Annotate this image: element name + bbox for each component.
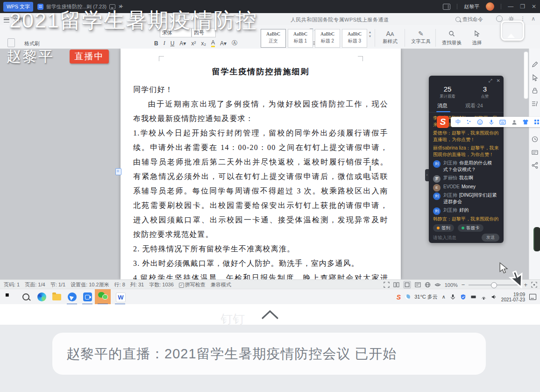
close-button[interactable]: ✕ — [532, 3, 536, 10]
char-border-button[interactable]: Ⓐ — [232, 39, 237, 47]
find-command[interactable]: 查找命令 — [455, 16, 483, 23]
fullscreen-view-icon[interactable] — [384, 282, 390, 288]
web-view-icon[interactable] — [415, 282, 421, 288]
status-item[interactable]: 设置值: 10.2厘米 — [71, 281, 109, 288]
sogou-tray-icon[interactable]: S — [397, 293, 401, 301]
tray-expand-icon[interactable]: ∧ — [442, 294, 446, 300]
bold-button[interactable]: B — [154, 40, 158, 47]
style-gallery-scroll[interactable]: ▴▾ — [369, 30, 371, 38]
status-item[interactable]: 行: 8 — [114, 281, 125, 288]
device-tray-icon[interactable] — [470, 294, 476, 300]
wps-taskbar-icon[interactable]: W — [115, 292, 126, 302]
underline-button[interactable]: U — [171, 40, 175, 47]
comment-marker-icon[interactable] — [115, 168, 121, 175]
zoom-out-button[interactable]: − — [462, 281, 465, 288]
sogou-logo-icon[interactable]: S — [437, 116, 449, 128]
file-explorer-icon[interactable] — [51, 292, 62, 302]
clock-datetime[interactable]: 19:09 2021-07-23 — [501, 292, 525, 302]
close-panel-icon[interactable]: ✕ — [497, 78, 500, 84]
chinese-mode-icon[interactable]: 中 — [455, 118, 461, 126]
taskbar-search-icon[interactable] — [21, 292, 31, 302]
feedback-icon[interactable] — [496, 15, 503, 22]
cursor-dots-icon[interactable] — [466, 119, 472, 125]
style-heading3[interactable]: AaBbC 标题 3 — [342, 29, 367, 48]
send-button[interactable]: 发送 — [482, 234, 499, 242]
wechat-icon-active[interactable] — [95, 289, 111, 304]
zoom-slider-knob[interactable] — [491, 282, 497, 288]
italic-button[interactable]: I — [163, 40, 165, 47]
checkin-button[interactable]: 签到 — [433, 224, 454, 232]
status-item[interactable]: 字数: 1036 — [149, 281, 174, 288]
char-shading-button[interactable]: A▾ — [220, 40, 227, 47]
dingtalk-icon[interactable] — [67, 292, 78, 302]
tab-viewers[interactable]: 观看·24 — [465, 102, 483, 109]
format-painter-button[interactable]: 格式刷 — [24, 40, 40, 47]
action-center-icon[interactable] — [529, 294, 536, 300]
chevron-up-icon[interactable] — [260, 308, 280, 321]
history-clock-icon[interactable] — [531, 135, 539, 143]
globe-view-icon[interactable] — [425, 282, 431, 288]
zoom-percentage[interactable]: 100% — [445, 282, 458, 288]
style-heading1[interactable]: AaBbC 标题 1 — [288, 29, 313, 48]
cursor-select-icon[interactable] — [531, 74, 539, 81]
select-button[interactable]: 选择 — [466, 29, 488, 46]
document-page[interactable]: 留学生疫情防控措施细则 同学们好！由于近期南京出现了多例疫情，为做好校园疫情防控… — [121, 49, 401, 279]
document-line: 续。申请外出者需要在 14：00-20：00 之间在钉钉上提交请假申请， — [133, 140, 388, 155]
scrollbar-thumb[interactable] — [524, 51, 528, 99]
subscript-button[interactable]: x₂ — [201, 40, 206, 47]
two-page-view-icon[interactable] — [393, 282, 399, 288]
fit-page-icon[interactable] — [531, 282, 537, 288]
font-color-button[interactable]: A▾ — [179, 40, 186, 47]
share-icon[interactable] — [531, 162, 539, 169]
superscript-button[interactable]: x² — [191, 40, 196, 47]
status-item[interactable]: 页码: 1 — [4, 281, 20, 288]
start-button[interactable] — [4, 292, 14, 302]
status-item[interactable]: ✓拼写检查 — [179, 281, 206, 288]
edge-browser-icon[interactable] — [36, 292, 47, 302]
voice-input-icon[interactable] — [489, 119, 494, 125]
lock-icon[interactable] — [531, 87, 539, 94]
panel-collapse-handle[interactable]: ‹ — [425, 169, 429, 181]
page-view-icon-selected[interactable] — [403, 281, 411, 289]
status-item[interactable]: 节: 1/1 — [50, 281, 65, 288]
titlebar-user-name[interactable]: 赵黎平 — [464, 3, 479, 10]
user-avatar[interactable] — [486, 2, 494, 11]
network-signal-icon[interactable] — [481, 294, 487, 300]
minimize-button[interactable]: — — [508, 3, 513, 10]
keyboard-icon[interactable] — [499, 120, 506, 125]
chat-input-placeholder[interactable]: 请输入消息 — [433, 235, 456, 241]
chat-message-list[interactable]: 李吉密/ARWAN...：赵黎平，我来围观你的直播啦，为你点赞！爱德华：赵黎平，… — [429, 114, 504, 222]
emoji-icon[interactable] — [477, 119, 483, 125]
style-heading2[interactable]: AaBbC 标题 2 — [315, 29, 340, 48]
quiz-card-button[interactable]: 答题卡 — [458, 224, 483, 232]
toolbox-grid-icon[interactable] — [534, 119, 540, 125]
tab-messages[interactable]: 消息 — [437, 102, 448, 109]
outline-list-icon[interactable] — [531, 100, 539, 107]
text-tools-button[interactable]: ✎ 文字工具 — [407, 29, 434, 45]
split-view-icon[interactable] — [443, 4, 450, 10]
skin-shirt-icon[interactable] — [522, 119, 529, 125]
weather-icon — [405, 294, 410, 299]
style-normal[interactable]: AaBbC 正文 — [261, 29, 286, 48]
card-panel-icon[interactable] — [531, 149, 539, 156]
status-item[interactable]: 兼容模式 — [211, 281, 231, 288]
restore-button[interactable]: ❐ — [520, 3, 525, 10]
shield-security-icon[interactable] — [460, 294, 466, 300]
new-style-button[interactable]: AA 新样式 — [377, 29, 404, 45]
video-meeting-app-icon[interactable] — [82, 292, 93, 302]
highlight-button[interactable]: A — [211, 39, 215, 47]
eye-protect-icon[interactable] — [434, 282, 441, 288]
collapse-ribbon-icon[interactable]: ∧ — [531, 15, 535, 22]
status-item[interactable]: 页面: 1/4 — [25, 281, 45, 288]
weather-text[interactable]: 31°C 多云 — [414, 293, 438, 300]
paste-icon[interactable] — [7, 38, 15, 47]
hamburger-menu-icon[interactable] — [4, 18, 9, 22]
screen-share-overlay-icon[interactable] — [501, 21, 524, 41]
microphone-tray-icon[interactable] — [450, 294, 456, 300]
speaker-icon[interactable] — [491, 294, 497, 300]
expand-panel-icon[interactable]: ⤢ — [489, 78, 492, 84]
find-replace-button[interactable]: 查找替换 — [438, 29, 465, 46]
person-account-icon[interactable] — [512, 119, 517, 125]
pen-edit-icon[interactable] — [531, 61, 539, 68]
status-item[interactable]: 列: 31 — [130, 281, 144, 288]
